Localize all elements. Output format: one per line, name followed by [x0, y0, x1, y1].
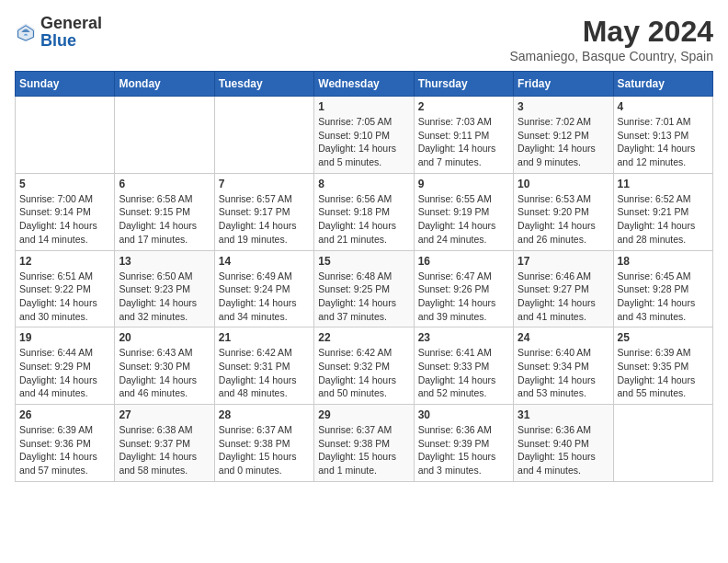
calendar-cell: 18Sunrise: 6:45 AM Sunset: 9:28 PM Dayli… [613, 250, 712, 327]
day-number: 29 [318, 408, 409, 421]
calendar-cell: 23Sunrise: 6:41 AM Sunset: 9:33 PM Dayli… [414, 327, 513, 405]
day-number: 1 [318, 100, 409, 113]
day-info: Sunrise: 6:39 AM Sunset: 9:35 PM Dayligh… [618, 346, 709, 400]
calendar-cell: 8Sunrise: 6:56 AM Sunset: 9:18 PM Daylig… [314, 173, 414, 250]
day-info: Sunrise: 6:58 AM Sunset: 9:15 PM Dayligh… [119, 192, 210, 247]
day-number: 14 [219, 255, 310, 268]
calendar-cell: 28Sunrise: 6:37 AM Sunset: 9:38 PM Dayli… [214, 405, 313, 482]
logo-text: General Blue [40, 15, 102, 50]
day-info: Sunrise: 6:42 AM Sunset: 9:31 PM Dayligh… [219, 346, 310, 400]
day-info: Sunrise: 6:40 AM Sunset: 9:34 PM Dayligh… [518, 346, 609, 400]
day-info: Sunrise: 6:41 AM Sunset: 9:33 PM Dayligh… [418, 346, 509, 400]
logo: General Blue [15, 15, 102, 50]
calendar-cell: 5Sunrise: 7:00 AM Sunset: 9:14 PM Daylig… [16, 173, 115, 250]
calendar-cell: 10Sunrise: 6:53 AM Sunset: 9:20 PM Dayli… [514, 173, 613, 250]
weekday-header-saturday: Saturday [613, 72, 712, 97]
calendar-cell: 15Sunrise: 6:48 AM Sunset: 9:25 PM Dayli… [314, 250, 414, 327]
day-number: 24 [518, 331, 609, 344]
day-number: 5 [19, 178, 110, 190]
calendar-cell: 9Sunrise: 6:55 AM Sunset: 9:19 PM Daylig… [414, 173, 513, 250]
calendar-cell [613, 405, 712, 482]
calendar-cell: 14Sunrise: 6:49 AM Sunset: 9:24 PM Dayli… [214, 250, 313, 327]
day-info: Sunrise: 6:47 AM Sunset: 9:26 PM Dayligh… [418, 270, 509, 324]
day-info: Sunrise: 6:46 AM Sunset: 9:27 PM Dayligh… [518, 270, 609, 324]
day-number: 16 [418, 255, 509, 268]
day-info: Sunrise: 7:03 AM Sunset: 9:11 PM Dayligh… [418, 115, 509, 169]
day-number: 4 [618, 100, 709, 113]
calendar-cell: 13Sunrise: 6:50 AM Sunset: 9:23 PM Dayli… [115, 250, 214, 327]
calendar-cell: 29Sunrise: 6:37 AM Sunset: 9:38 PM Dayli… [314, 405, 414, 482]
weekday-header-monday: Monday [115, 72, 214, 97]
calendar-cell [214, 97, 313, 174]
day-number: 28 [219, 408, 310, 421]
day-info: Sunrise: 7:05 AM Sunset: 9:10 PM Dayligh… [318, 115, 409, 169]
day-number: 19 [19, 331, 110, 344]
title-area: May 2024 Samaniego, Basque Country, Spai… [509, 15, 713, 63]
day-number: 11 [618, 178, 709, 190]
calendar-table: SundayMondayTuesdayWednesdayThursdayFrid… [15, 71, 713, 482]
day-info: Sunrise: 6:57 AM Sunset: 9:17 PM Dayligh… [219, 192, 310, 247]
logo-icon [15, 21, 37, 43]
calendar-cell: 17Sunrise: 6:46 AM Sunset: 9:27 PM Dayli… [514, 250, 613, 327]
calendar-week-row: 5Sunrise: 7:00 AM Sunset: 9:14 PM Daylig… [16, 173, 713, 250]
weekday-header-wednesday: Wednesday [314, 72, 414, 97]
day-number: 25 [618, 331, 709, 344]
calendar-cell: 26Sunrise: 6:39 AM Sunset: 9:36 PM Dayli… [16, 405, 115, 482]
day-info: Sunrise: 6:51 AM Sunset: 9:22 PM Dayligh… [19, 270, 110, 324]
calendar-cell: 30Sunrise: 6:36 AM Sunset: 9:39 PM Dayli… [414, 405, 513, 482]
day-number: 8 [318, 178, 409, 190]
calendar-cell: 2Sunrise: 7:03 AM Sunset: 9:11 PM Daylig… [414, 97, 513, 174]
calendar-cell: 19Sunrise: 6:44 AM Sunset: 9:29 PM Dayli… [16, 327, 115, 405]
day-number: 12 [19, 255, 110, 268]
calendar-cell: 25Sunrise: 6:39 AM Sunset: 9:35 PM Dayli… [613, 327, 712, 405]
day-number: 21 [219, 331, 310, 344]
day-number: 13 [119, 255, 210, 268]
day-info: Sunrise: 6:55 AM Sunset: 9:19 PM Dayligh… [418, 192, 509, 247]
day-info: Sunrise: 6:39 AM Sunset: 9:36 PM Dayligh… [19, 423, 110, 477]
day-number: 22 [318, 331, 409, 344]
day-number: 9 [418, 178, 509, 190]
day-info: Sunrise: 6:36 AM Sunset: 9:39 PM Dayligh… [418, 423, 509, 477]
weekday-header-friday: Friday [514, 72, 613, 97]
day-info: Sunrise: 6:36 AM Sunset: 9:40 PM Dayligh… [518, 423, 609, 477]
day-info: Sunrise: 6:43 AM Sunset: 9:30 PM Dayligh… [119, 346, 210, 400]
day-number: 6 [119, 178, 210, 190]
calendar-cell: 1Sunrise: 7:05 AM Sunset: 9:10 PM Daylig… [314, 97, 414, 174]
day-number: 18 [618, 255, 709, 268]
calendar-cell: 6Sunrise: 6:58 AM Sunset: 9:15 PM Daylig… [115, 173, 214, 250]
day-number: 26 [19, 408, 110, 421]
logo-blue: Blue [40, 31, 76, 50]
calendar-cell: 7Sunrise: 6:57 AM Sunset: 9:17 PM Daylig… [214, 173, 313, 250]
calendar-cell: 11Sunrise: 6:52 AM Sunset: 9:21 PM Dayli… [613, 173, 712, 250]
calendar-week-row: 26Sunrise: 6:39 AM Sunset: 9:36 PM Dayli… [16, 405, 713, 482]
location-subtitle: Samaniego, Basque Country, Spain [509, 49, 713, 63]
weekday-header-row: SundayMondayTuesdayWednesdayThursdayFrid… [16, 72, 713, 97]
day-number: 27 [119, 408, 210, 421]
day-number: 3 [518, 100, 609, 113]
day-number: 7 [219, 178, 310, 190]
day-info: Sunrise: 6:48 AM Sunset: 9:25 PM Dayligh… [318, 270, 409, 324]
day-info: Sunrise: 6:42 AM Sunset: 9:32 PM Dayligh… [318, 346, 409, 400]
day-number: 15 [318, 255, 409, 268]
day-info: Sunrise: 6:37 AM Sunset: 9:38 PM Dayligh… [318, 423, 409, 477]
day-info: Sunrise: 6:50 AM Sunset: 9:23 PM Dayligh… [119, 270, 210, 324]
day-number: 17 [518, 255, 609, 268]
day-number: 20 [119, 331, 210, 344]
calendar-cell: 20Sunrise: 6:43 AM Sunset: 9:30 PM Dayli… [115, 327, 214, 405]
day-info: Sunrise: 6:37 AM Sunset: 9:38 PM Dayligh… [219, 423, 310, 477]
header: General Blue May 2024 Samaniego, Basque … [15, 15, 713, 63]
calendar-cell: 22Sunrise: 6:42 AM Sunset: 9:32 PM Dayli… [314, 327, 414, 405]
logo-general: General [40, 14, 102, 32]
calendar-week-row: 19Sunrise: 6:44 AM Sunset: 9:29 PM Dayli… [16, 327, 713, 405]
calendar-cell: 24Sunrise: 6:40 AM Sunset: 9:34 PM Dayli… [514, 327, 613, 405]
day-number: 30 [418, 408, 509, 421]
day-info: Sunrise: 6:52 AM Sunset: 9:21 PM Dayligh… [618, 192, 709, 247]
svg-marker-0 [17, 23, 34, 41]
calendar-cell: 16Sunrise: 6:47 AM Sunset: 9:26 PM Dayli… [414, 250, 513, 327]
calendar-cell: 12Sunrise: 6:51 AM Sunset: 9:22 PM Dayli… [16, 250, 115, 327]
calendar-cell: 21Sunrise: 6:42 AM Sunset: 9:31 PM Dayli… [214, 327, 313, 405]
day-info: Sunrise: 6:53 AM Sunset: 9:20 PM Dayligh… [518, 192, 609, 247]
calendar-week-row: 1Sunrise: 7:05 AM Sunset: 9:10 PM Daylig… [16, 97, 713, 174]
day-info: Sunrise: 6:56 AM Sunset: 9:18 PM Dayligh… [318, 192, 409, 247]
calendar-cell: 4Sunrise: 7:01 AM Sunset: 9:13 PM Daylig… [613, 97, 712, 174]
